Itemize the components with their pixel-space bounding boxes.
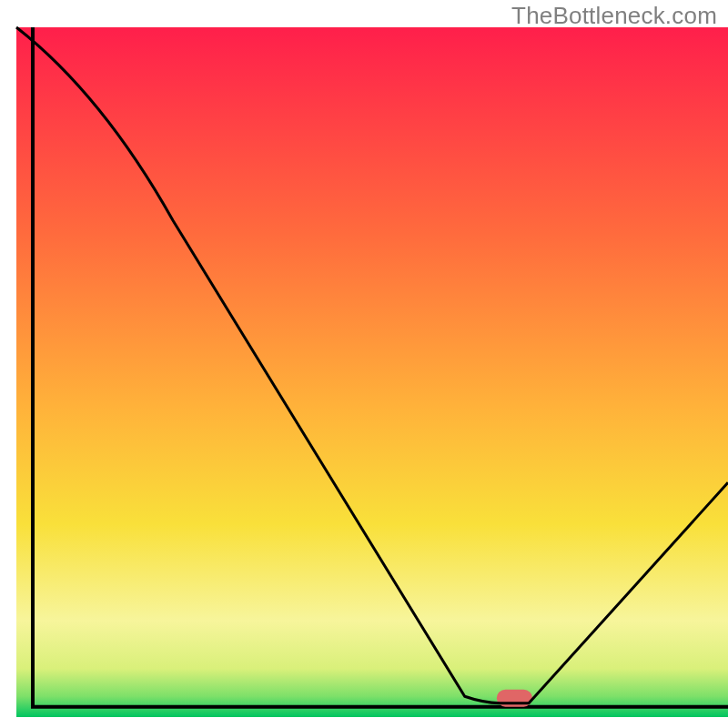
bottleneck-chart [0,0,728,728]
gradient-background [16,27,728,717]
chart-stage: TheBottleneck.com [0,0,728,728]
